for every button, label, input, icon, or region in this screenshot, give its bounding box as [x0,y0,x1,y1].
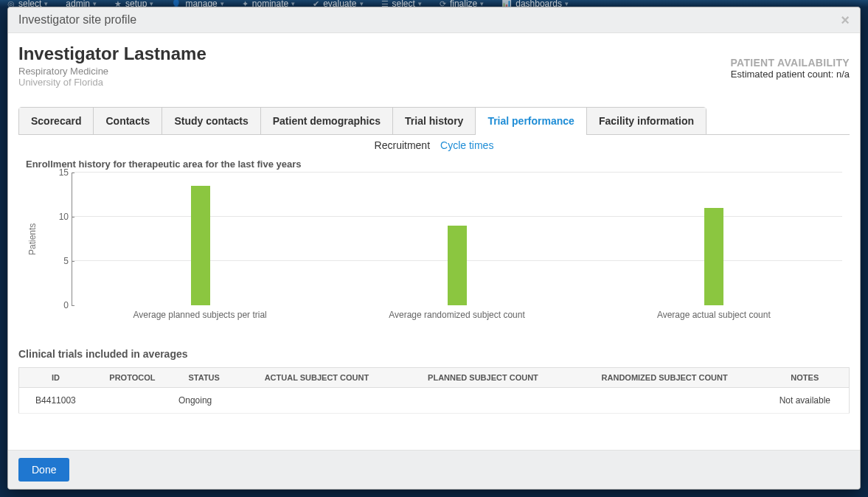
trials-section-title: Clinical trials included in averages [18,348,850,360]
close-icon[interactable]: × [841,13,850,27]
tab-facility-information[interactable]: Facility information [587,108,706,134]
profile-header: Investigator Lastname Respiratory Medici… [18,44,206,88]
chart-y-tick: 15 [54,167,69,178]
table-header: ID [19,368,92,388]
chart-y-tick: 0 [54,300,69,310]
chart-bar [704,208,723,305]
tab-scorecard[interactable]: Scorecard [19,108,94,134]
tab-trial-history[interactable]: Trial history [393,108,476,134]
tab-study-contacts[interactable]: Study contacts [162,108,260,134]
chart-title: Enrollment history for therapeutic area … [26,159,850,170]
tab-patient-demographics[interactable]: Patient demographics [261,108,393,134]
chart-x-label: Average actual subject count [586,310,842,327]
table-header: PROTOCOL [92,368,173,388]
profile-tabs: ScorecardContactsStudy contactsPatient d… [18,107,706,135]
chart-x-label: Average planned subjects per trial [72,310,328,327]
done-button[interactable]: Done [18,458,69,482]
modal-title: Investigator site profile [18,13,136,27]
table-header: RANDOMIZED SUBJECT COUNT [569,368,761,388]
enrollment-bar-chart: Patients Average planned subjects per tr… [44,173,842,327]
chart-bar [448,226,467,305]
investigator-profile-modal: Investigator site profile × Investigator… [7,7,861,490]
investigator-name: Investigator Lastname [18,44,206,64]
tab-contacts[interactable]: Contacts [94,108,162,134]
patient-availability: PATIENT AVAILABILITY Estimated patient c… [730,44,850,80]
chart-x-label: Average randomized subject count [328,310,585,327]
chart-bar [191,186,210,305]
tab-trial-performance[interactable]: Trial performance [476,108,587,134]
investigator-institution: University of Florida [18,77,206,88]
modal-body: Investigator Lastname Respiratory Medici… [8,33,860,450]
subtab-cycle-times[interactable]: Cycle times [440,139,493,151]
availability-title: PATIENT AVAILABILITY [730,57,850,69]
table-header: ACTUAL SUBJECT COUNT [236,368,398,388]
modal-header: Investigator site profile × [8,7,860,33]
table-header: NOTES [761,368,850,388]
modal-footer: Done [8,450,860,489]
availability-subtitle: Estimated patient count: n/a [730,69,850,80]
chart-y-axis-label: Patients [27,173,38,305]
table-row: B4411003OngoingNot available [19,388,850,414]
table-header: PLANNED SUBJECT COUNT [397,368,568,388]
performance-subtabs: Recruitment Cycle times [18,139,850,151]
table-header: STATUS [173,368,236,388]
tab-pane-trial-performance: Recruitment Cycle times Enrollment histo… [18,134,850,414]
trials-table: IDPROTOCOLSTATUSACTUAL SUBJECT COUNTPLAN… [18,367,850,414]
chart-y-tick: 5 [54,256,69,266]
subtab-recruitment[interactable]: Recruitment [375,139,430,151]
chart-y-tick: 10 [54,212,69,222]
investigator-department: Respiratory Medicine [18,66,206,77]
